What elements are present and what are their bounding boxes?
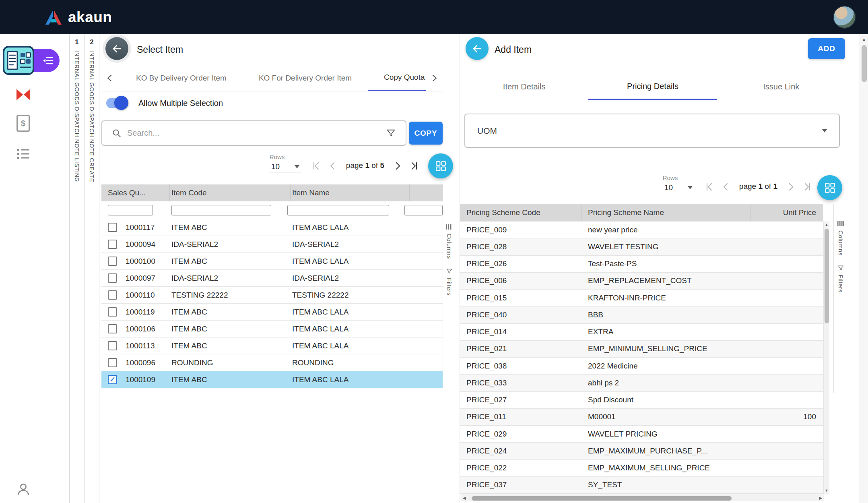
scrollbar-thumb[interactable] (862, 45, 867, 82)
table-row[interactable]: PRICE_015KRAFTON-INR-PRICE (460, 290, 823, 306)
tab-issue-link[interactable]: Issue Link (717, 74, 845, 100)
tab-item-details[interactable]: Item Details (460, 74, 588, 100)
tab-pricing-details[interactable]: Pricing Details (588, 74, 717, 100)
table-row[interactable]: 1000097IDA-SERIAL2IDA-SERIAL2 (101, 270, 443, 287)
add-button[interactable]: ADD (808, 38, 845, 59)
column-header[interactable]: Item Name (291, 184, 410, 201)
table-row[interactable]: PRICE_021EMP_MINIMUM_SELLING_PRICE (460, 341, 823, 358)
back-button[interactable] (466, 37, 489, 60)
table-row[interactable]: PRICE_033abhi ps 2 (460, 375, 823, 391)
column-header[interactable]: Item Code (170, 184, 291, 201)
last-page-button[interactable] (408, 159, 421, 172)
previous-page-button[interactable] (720, 180, 732, 193)
table-row[interactable]: PRICE_028WAVELET TESTING (460, 238, 823, 255)
next-page-button[interactable] (785, 180, 797, 193)
scroll-down-icon[interactable]: ▼ (824, 489, 829, 493)
table-vertical-scrollbar[interactable]: ▲ ▼ (823, 221, 829, 494)
row-checkbox[interactable]: ✓ (108, 375, 117, 384)
table-row[interactable]: PRICE_014EXTRA (460, 324, 823, 341)
row-checkbox[interactable] (108, 223, 117, 232)
table-view-button[interactable] (428, 153, 453, 178)
table-row[interactable]: 1000096ROUNDINGROUNDING (101, 354, 443, 371)
table-row[interactable]: 1000094IDA-SERIAL2IDA-SERIAL2 (101, 236, 443, 253)
column-header[interactable]: Sales Qu... (101, 184, 170, 201)
table-row[interactable]: PRICE_037SY_TEST (460, 477, 823, 494)
scrollbar-thumb[interactable] (472, 496, 732, 501)
previous-page-button[interactable] (327, 159, 339, 172)
row-checkbox[interactable] (108, 341, 117, 350)
rows-per-page-select[interactable]: 10 (270, 161, 301, 172)
table-row[interactable]: 1000100ITEM ABCITEM ABC LALA (101, 253, 443, 270)
columns-strip-button[interactable]: Columns (446, 234, 453, 259)
column-filter-input[interactable] (287, 205, 389, 215)
table-row[interactable]: PRICE_006EMP_REPLACEMENT_COST (460, 273, 823, 290)
columns-icon[interactable] (837, 220, 844, 227)
table-row[interactable]: PRICE_027Spd Discount (460, 392, 823, 409)
column-header[interactable]: Pricing Scheme Code (460, 204, 581, 221)
table-row[interactable]: ✓1000109ITEM ABCITEM ABC LALA (101, 371, 443, 388)
row-checkbox[interactable] (108, 324, 117, 333)
table-row[interactable]: PRICE_0382022 Medicine (460, 358, 823, 375)
copy-button[interactable]: COPY (409, 122, 443, 145)
back-button[interactable] (105, 37, 128, 60)
row-checkbox[interactable] (108, 257, 117, 266)
row-checkbox[interactable] (108, 273, 117, 283)
filters-icon[interactable] (837, 265, 844, 271)
table-row[interactable]: PRICE_024EMP_MAXIMUM_PURCHASE_P... (460, 443, 823, 460)
goods-dispatch-module-icon[interactable] (2, 46, 35, 75)
table-row[interactable]: 1000113ITEM ABCITEM ABC LALA (101, 337, 443, 354)
table-row[interactable]: PRICE_029WAVELET PRICING (460, 426, 823, 443)
scrollbar-thumb[interactable] (825, 229, 829, 323)
pdf-reader-icon[interactable] (0, 87, 46, 103)
brand[interactable]: akaun (44, 9, 112, 26)
tabs-scroll-right-button[interactable] (426, 65, 443, 91)
uom-select[interactable]: UOM (464, 114, 840, 148)
allow-multiple-selection-toggle[interactable] (106, 98, 127, 108)
table-row[interactable]: PRICE_026Test-Paste-PS (460, 256, 823, 273)
column-filter-input[interactable] (108, 205, 153, 215)
scroll-left-icon[interactable]: ◀ (463, 496, 466, 500)
first-page-button[interactable] (703, 180, 715, 193)
first-page-button[interactable] (310, 159, 322, 172)
scroll-right-icon[interactable]: ▶ (819, 496, 822, 500)
table-row[interactable]: 1000119ITEM ABCITEM ABC LALA (101, 304, 443, 321)
tab-ko-by-delivery-order-item[interactable]: KO By Delivery Order Item (120, 65, 243, 91)
tabs-scroll-left-button[interactable] (101, 65, 118, 91)
filters-strip-button[interactable]: Filters (837, 275, 844, 292)
filter-funnel-icon[interactable] (386, 128, 396, 138)
list-menu-icon[interactable] (0, 148, 46, 160)
rows-per-page-select[interactable]: 10 (663, 182, 694, 193)
last-page-button[interactable] (802, 180, 814, 193)
tab-ko-for-delivery-order-item[interactable]: KO For Delivery Order Item (243, 65, 368, 91)
columns-icon[interactable] (445, 223, 453, 230)
scroll-up-icon[interactable]: ▲ (860, 37, 868, 41)
table-view-button[interactable] (817, 175, 842, 200)
filters-strip-button[interactable]: Filters (446, 278, 453, 296)
scroll-up-icon[interactable]: ▲ (824, 223, 829, 227)
table-row[interactable]: PRICE_009new year price (460, 221, 823, 238)
column-header[interactable]: Pricing Scheme Name (581, 204, 750, 221)
open-tab[interactable]: 2INTERNAL GOODS DISPATCH NOTE CREATE (85, 34, 99, 503)
table-row[interactable]: PRICE_040BBB (460, 306, 823, 323)
next-page-button[interactable] (392, 159, 404, 172)
column-filter-input[interactable] (171, 205, 271, 215)
profile-icon[interactable] (0, 482, 46, 496)
table-row[interactable]: 1000110TESTING 22222TESTING 22222 (101, 287, 443, 304)
user-avatar[interactable] (833, 6, 856, 29)
table-horizontal-scrollbar[interactable]: ◀ ▶ (461, 495, 824, 501)
columns-strip-button[interactable]: Columns (837, 230, 844, 256)
column-filter-input[interactable] (404, 205, 443, 215)
row-checkbox[interactable] (108, 290, 117, 300)
row-checkbox[interactable] (108, 307, 117, 317)
table-row[interactable]: PRICE_022EMP_MAXIMUM_SELLING_PRICE (460, 460, 823, 477)
column-header[interactable]: Unit Price (750, 204, 823, 221)
filters-icon[interactable] (446, 268, 453, 275)
search-input[interactable] (127, 128, 380, 138)
table-row[interactable]: 1000117ITEM ABCITEM ABC LALA (101, 219, 443, 236)
row-checkbox[interactable] (108, 240, 117, 249)
table-row[interactable]: PRICE_011M00001100 (460, 409, 823, 426)
table-row[interactable]: 1000106ITEM ABCITEM ABC LALA (101, 321, 443, 337)
page-scrollbar[interactable]: ▲ (860, 34, 868, 503)
row-checkbox[interactable] (108, 358, 117, 367)
column-header[interactable] (410, 184, 443, 201)
